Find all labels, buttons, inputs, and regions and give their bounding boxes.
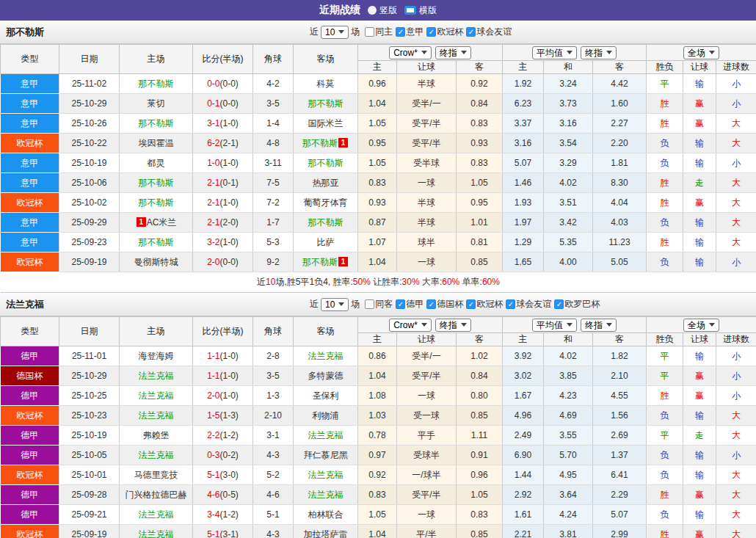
result-outcome: 胜 (647, 173, 683, 193)
scope-select[interactable]: 全场 (683, 46, 719, 59)
league-badge: 欧冠杯 (1, 465, 59, 485)
filter-checkbox[interactable]: ✓德甲 (396, 298, 424, 310)
match-date: 25-10-22 (59, 134, 120, 153)
away-team: 法兰克福 (294, 465, 358, 485)
avg-home: 3.37 (503, 114, 544, 134)
col-result-handicap: 让球 (683, 61, 716, 74)
avg-value: 平均值 (537, 320, 563, 330)
team-name-text: 法兰克福 (139, 450, 174, 460)
corners: 1-3 (253, 386, 294, 406)
filter-checkbox[interactable]: ✓球会友谊 (506, 298, 551, 310)
fulltime-score: 5-1 (207, 529, 219, 538)
radio-horizontal-layout[interactable]: 横版 (404, 4, 437, 17)
checkbox-checked-icon[interactable]: ✓ (554, 299, 564, 309)
chevron-down-icon (709, 323, 715, 327)
team-name-text: 弗赖堡 (143, 430, 170, 440)
halftime-score: (0-0) (220, 79, 239, 89)
fulltime-score: 0-3 (207, 450, 219, 460)
away-team: 那不勒斯 (294, 153, 358, 173)
radio-icon-selected[interactable] (404, 6, 416, 15)
filter-bar: 近 10 场 同客✓德甲✓德国杯✓欧冠杯✓球会友谊✓欧罗巴杯 (310, 293, 600, 316)
filter-checkbox[interactable]: ✓欧罗巴杯 (554, 298, 600, 310)
checkbox-checked-icon[interactable]: ✓ (466, 299, 476, 309)
checkbox-label: 德甲 (406, 298, 424, 310)
team-name-text: 柏林联合 (308, 509, 344, 520)
team-name: 法兰克福 (6, 298, 44, 311)
checkbox-label: 意甲 (406, 26, 424, 38)
filter-checkbox[interactable]: ✓欧冠杯 (466, 298, 503, 310)
checkbox-checked-icon[interactable]: ✓ (396, 299, 405, 309)
avg-draw: 4.69 (544, 406, 593, 426)
result-goals: 大 (716, 233, 756, 252)
result-goals: 大 (716, 485, 756, 505)
checkbox-unchecked-icon[interactable] (365, 299, 374, 309)
filter-checkbox[interactable]: ✓欧冠杯 (426, 26, 463, 38)
match-count-select[interactable]: 10 (321, 298, 349, 311)
avg-time-select[interactable]: 终指 (581, 46, 617, 59)
scope-select[interactable]: 全场 (683, 319, 719, 332)
home-team: 埃因霍温 (120, 134, 193, 153)
checkbox-checked-icon[interactable]: ✓ (426, 27, 436, 37)
avg-select[interactable]: 平均值 (532, 319, 577, 332)
checkbox-checked-icon[interactable]: ✓ (466, 27, 476, 37)
checkbox-checked-icon[interactable]: ✓ (506, 299, 515, 309)
near-label: 近 (310, 298, 319, 310)
match-row: 欧冠杯 25-09-19 曼彻斯特城 2-0(0-0) 9-2 那不勒斯1 1.… (1, 252, 756, 272)
result-outcome: 平 (647, 74, 683, 94)
radio-vertical-layout[interactable]: 竖版 (368, 4, 397, 17)
avg-away: 1.56 (593, 406, 647, 426)
match-count-select[interactable]: 10 (321, 26, 349, 39)
odds-time-select[interactable]: 终指 (435, 46, 471, 59)
result-goals: 大 (716, 406, 756, 426)
filter-checkbox[interactable]: 同主 (365, 26, 393, 38)
score-cell: 3-1(1-0) (193, 114, 253, 134)
away-team: 拜仁慕尼黑 (294, 446, 358, 465)
odds-time-select[interactable]: 终指 (435, 319, 471, 332)
col-odds-away: 客 (457, 61, 503, 74)
result-handicap: 赢 (683, 386, 716, 406)
checkbox-checked-icon[interactable]: ✓ (396, 27, 405, 37)
team-name-text: 葡萄牙体育 (304, 197, 348, 208)
team-section: 法兰克福 近 10 场 同客✓德甲✓德国杯✓欧冠杯✓球会友谊✓欧罗巴杯 类 (0, 293, 756, 538)
avg-select[interactable]: 平均值 (532, 46, 577, 59)
result-handicap: 走 (683, 173, 716, 193)
corners: 2-10 (253, 406, 294, 426)
match-row: 德国杯 25-10-29 法兰克福 1-1(1-0) 3-5 多特蒙德 1.04… (1, 366, 756, 386)
home-team: 门兴格拉德巴赫 (120, 485, 193, 505)
col-avg-home: 主 (503, 333, 544, 346)
match-count-value: 10 (325, 27, 335, 37)
filter-checkbox[interactable]: ✓球会友谊 (466, 26, 512, 38)
checkbox-label: 同主 (375, 26, 393, 38)
result-goals: 小 (716, 446, 756, 465)
avg-away: 8.30 (593, 173, 647, 193)
filter-checkbox[interactable]: 同客 (365, 298, 393, 310)
filter-checkbox[interactable]: ✓意甲 (396, 26, 424, 38)
halftime-score: (1-3) (220, 410, 239, 421)
league-badge: 意甲 (1, 74, 59, 94)
match-row: 德甲 25-10-05 法兰克福 0-3(0-2) 4-3 拜仁慕尼黑 0.97… (1, 446, 756, 465)
odds-provider-select[interactable]: Crow* (389, 319, 432, 332)
halftime-score: (0-0) (220, 257, 239, 267)
result-outcome: 胜 (647, 525, 683, 538)
sections: 那不勒斯 近 10 场 同主✓意甲✓欧冠杯✓球会友谊 类型 (0, 21, 756, 538)
team-name-text: 那不勒斯 (308, 158, 344, 168)
result-handicap: 赢 (683, 525, 716, 538)
result-handicap: 赢 (683, 94, 716, 114)
match-date: 25-09-28 (59, 485, 120, 505)
odds-home: 1.04 (358, 366, 397, 386)
fulltime-score: 3-4 (207, 509, 219, 520)
col-odds-home: 主 (358, 61, 397, 74)
avg-home: 1.97 (503, 213, 544, 233)
result-handicap: 输 (683, 406, 716, 426)
odds-provider-select[interactable]: Crow* (389, 46, 432, 59)
halftime-score: (2-1) (220, 138, 239, 148)
radio-icon-unselected[interactable] (368, 6, 377, 15)
checkbox-unchecked-icon[interactable] (365, 27, 374, 37)
odds-provider-value: Crow* (393, 320, 418, 330)
odds-handicap: 受半球 (397, 153, 457, 173)
odds-home: 0.93 (358, 193, 397, 213)
match-date: 25-10-19 (59, 153, 120, 173)
filter-checkbox[interactable]: ✓德国杯 (426, 298, 463, 310)
avg-time-select[interactable]: 终指 (581, 319, 617, 332)
checkbox-checked-icon[interactable]: ✓ (426, 299, 436, 309)
